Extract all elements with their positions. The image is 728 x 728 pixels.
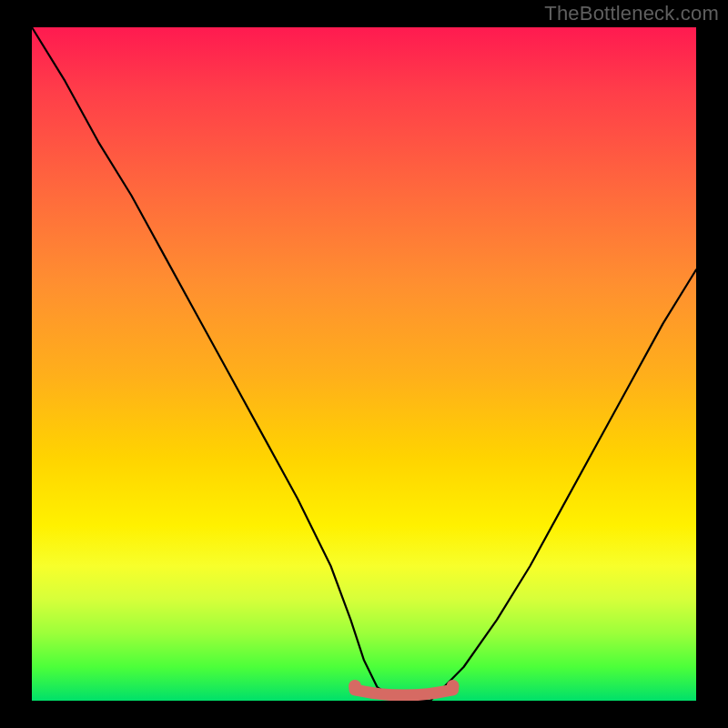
flat-zone-band [355, 690, 453, 695]
chart-frame: TheBottleneck.com [0, 0, 728, 728]
flat-zone-cap-right [447, 680, 460, 693]
flat-zone-cap-left [349, 680, 361, 693]
watermark-text: TheBottleneck.com [544, 2, 719, 25]
chart-svg-overlay [32, 27, 696, 701]
flat-zone-markers [349, 680, 460, 695]
curve-line [32, 27, 696, 701]
